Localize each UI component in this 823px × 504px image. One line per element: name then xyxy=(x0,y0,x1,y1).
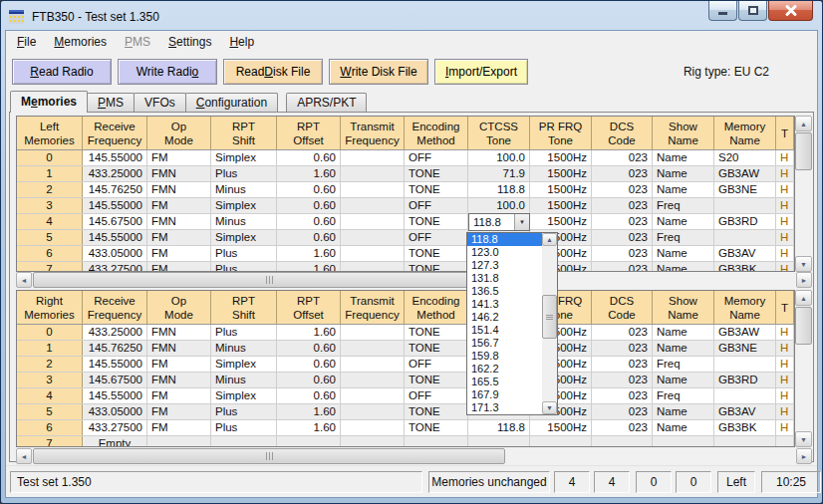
grid-cell[interactable]: H xyxy=(776,262,794,271)
grid-cell[interactable]: 1500Hz xyxy=(530,150,592,165)
grid-cell[interactable] xyxy=(341,420,405,435)
scrollbar-thumb[interactable] xyxy=(33,448,505,464)
grid-cell[interactable]: TONE xyxy=(405,420,468,435)
grid-cell[interactable]: 0.60 xyxy=(277,150,341,165)
minimize-button[interactable] xyxy=(708,1,737,21)
grid-cell[interactable]: Plus xyxy=(211,325,277,340)
grid-cell[interactable]: H xyxy=(776,325,794,340)
grid-cell[interactable]: H xyxy=(776,373,794,387)
dropdown-item[interactable]: 156.7 xyxy=(467,337,542,350)
scrollbar-thumb[interactable] xyxy=(542,295,557,339)
dropdown-scrollbar[interactable]: ▲ ▼ xyxy=(542,233,557,414)
menu-help[interactable]: Help xyxy=(220,32,263,52)
tab-configuration[interactable]: Configuration xyxy=(185,93,278,112)
grid-cell[interactable]: FMN xyxy=(147,373,211,387)
grid-cell[interactable]: 023 xyxy=(592,182,653,197)
grid-cell[interactable]: 433.27500 xyxy=(83,262,147,271)
grid-cell[interactable]: 145.67500 xyxy=(83,214,147,229)
grid-cell[interactable]: H xyxy=(776,341,794,356)
scroll-down-button[interactable]: ▼ xyxy=(795,431,812,447)
row-header[interactable]: 5 xyxy=(17,404,83,419)
grid-cell[interactable] xyxy=(341,150,405,165)
dropdown-item[interactable]: 162.2 xyxy=(467,363,542,376)
grid-cell[interactable]: GB3AW xyxy=(714,325,776,340)
row-header[interactable]: 0 xyxy=(17,325,83,340)
dropdown-item[interactable]: 131.8 xyxy=(467,272,542,285)
dropdown-item[interactable]: 136.5 xyxy=(467,285,542,298)
grid-cell[interactable]: 0.60 xyxy=(277,198,341,213)
grid-cell[interactable]: TONE xyxy=(405,166,468,181)
grid-cell[interactable]: GB3RD xyxy=(714,373,776,387)
row-header[interactable]: 4 xyxy=(17,388,83,403)
grid-cell[interactable]: 1.60 xyxy=(277,420,341,435)
grid-cell[interactable]: H xyxy=(776,404,794,419)
grid-cell[interactable] xyxy=(341,214,405,229)
grid-cell[interactable]: Name xyxy=(653,420,714,435)
grid-cell[interactable]: 0.60 xyxy=(277,182,341,197)
grid-cell[interactable]: 433.25000 xyxy=(83,325,147,340)
left-grid-vertical-scrollbar[interactable]: ▲ ▼ xyxy=(795,116,812,272)
grid-cell[interactable] xyxy=(341,357,405,372)
grid-cell[interactable] xyxy=(341,230,405,245)
grid-cell[interactable] xyxy=(341,341,405,356)
grid-cell[interactable]: Freq xyxy=(653,388,714,403)
row-header[interactable]: 6 xyxy=(17,420,83,435)
grid-cell[interactable] xyxy=(277,436,341,446)
grid-cell[interactable]: 023 xyxy=(592,388,653,403)
grid-cell[interactable] xyxy=(341,325,405,340)
maximize-button[interactable] xyxy=(738,1,767,21)
grid-cell[interactable]: 1500Hz xyxy=(530,420,592,435)
grid-cell[interactable]: H xyxy=(776,230,794,245)
grid-cell[interactable] xyxy=(714,388,776,403)
dropdown-item[interactable]: 165.5 xyxy=(467,376,542,388)
grid-cell[interactable]: Name xyxy=(653,404,714,419)
grid-cell[interactable]: 023 xyxy=(592,166,653,181)
tab-pms[interactable]: PMS xyxy=(87,93,135,112)
write-radio-button[interactable]: Write Radio xyxy=(118,59,217,85)
grid-cell[interactable] xyxy=(776,436,794,446)
grid-cell[interactable]: TONE xyxy=(405,182,468,197)
grid-cell[interactable]: GB3BK xyxy=(714,420,776,435)
grid-cell[interactable]: 118.8 xyxy=(468,182,530,197)
grid-cell[interactable]: S20 xyxy=(714,150,776,165)
grid-cell[interactable]: 0.60 xyxy=(277,357,341,372)
grid-cell[interactable]: Plus xyxy=(211,404,277,419)
grid-cell[interactable]: TONE xyxy=(405,404,468,419)
dropdown-item[interactable]: 127.3 xyxy=(467,259,542,272)
grid-cell[interactable] xyxy=(147,436,211,446)
grid-cell[interactable]: Name xyxy=(653,182,714,197)
grid-cell[interactable] xyxy=(341,246,405,261)
grid-cell[interactable]: TONE xyxy=(405,325,468,340)
grid-cell[interactable]: 145.55000 xyxy=(83,388,147,403)
scroll-up-button[interactable]: ▲ xyxy=(795,116,812,131)
grid-cell[interactable]: 023 xyxy=(592,325,653,340)
grid-cell[interactable]: H xyxy=(776,214,794,229)
combobox-dropdown-button[interactable]: ▼ xyxy=(514,214,529,230)
grid-cell[interactable]: H xyxy=(776,420,794,435)
grid-cell[interactable] xyxy=(714,198,776,213)
dropdown-item[interactable]: 118.8 xyxy=(467,233,542,246)
grid-cell[interactable] xyxy=(468,436,530,446)
grid-cell[interactable]: H xyxy=(776,198,794,213)
grid-cell[interactable]: OFF xyxy=(405,150,468,165)
grid-cell[interactable] xyxy=(341,404,405,419)
grid-cell[interactable]: 145.55000 xyxy=(83,150,147,165)
grid-cell[interactable]: Plus xyxy=(211,420,277,435)
grid-cell[interactable]: OFF xyxy=(405,388,468,403)
menu-file[interactable]: File xyxy=(8,32,45,52)
grid-cell[interactable]: FM xyxy=(147,404,211,419)
grid-cell[interactable]: 433.05000 xyxy=(83,246,147,261)
write-disk-file-button[interactable]: Write Disk File xyxy=(329,59,428,85)
grid-cell[interactable] xyxy=(341,198,405,213)
tab-vfos[interactable]: VFOs xyxy=(134,93,186,112)
row-header[interactable]: 5 xyxy=(17,230,83,245)
dropdown-item[interactable]: 159.8 xyxy=(467,350,542,363)
grid-cell[interactable]: 1.60 xyxy=(277,325,341,340)
grid-cell[interactable]: Freq xyxy=(653,230,714,245)
grid-cell[interactable]: Minus xyxy=(211,182,277,197)
grid-cell[interactable]: GB3AW xyxy=(714,166,776,181)
grid-cell[interactable] xyxy=(341,373,405,387)
grid-cell[interactable]: 023 xyxy=(592,262,653,271)
grid-cell[interactable]: 023 xyxy=(592,420,653,435)
grid-cell[interactable] xyxy=(714,357,776,372)
